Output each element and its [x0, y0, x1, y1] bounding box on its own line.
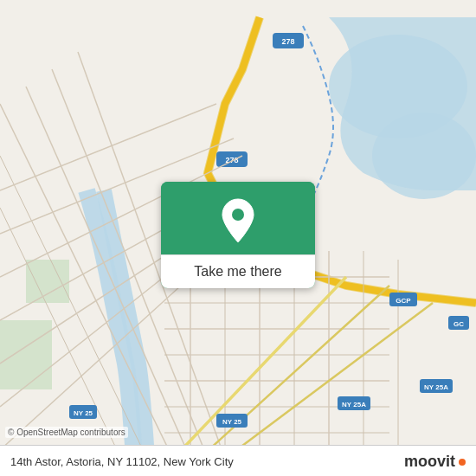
- take-me-there-button[interactable]: Take me there: [161, 182, 315, 288]
- svg-text:NY 25: NY 25: [222, 418, 242, 426]
- svg-text:278: 278: [281, 37, 294, 46]
- svg-point-53: [232, 209, 244, 221]
- moovit-logo: moovit: [404, 453, 466, 471]
- moovit-dot: [459, 459, 466, 466]
- button-icon-area: [161, 182, 315, 254]
- svg-rect-3: [0, 320, 52, 389]
- moovit-brand-text: moovit: [404, 453, 455, 471]
- map-container: 278 278 278: [0, 0, 476, 476]
- location-pin-icon: [219, 197, 257, 244]
- svg-text:GCP: GCP: [396, 297, 411, 305]
- bottom-bar: 14th Astor, Astoria, NY 11102, New York …: [0, 445, 476, 476]
- svg-text:NY 25A: NY 25A: [424, 383, 448, 391]
- copyright-text: © OpenStreetMap contributors: [5, 427, 128, 438]
- svg-text:NY 25A: NY 25A: [342, 401, 366, 408]
- address-text: 14th Astor, Astoria, NY 11102, New York …: [10, 455, 234, 468]
- svg-rect-4: [26, 260, 69, 303]
- svg-text:NY 25: NY 25: [74, 409, 93, 417]
- svg-text:GC: GC: [453, 320, 464, 328]
- take-me-there-label: Take me there: [161, 254, 315, 288]
